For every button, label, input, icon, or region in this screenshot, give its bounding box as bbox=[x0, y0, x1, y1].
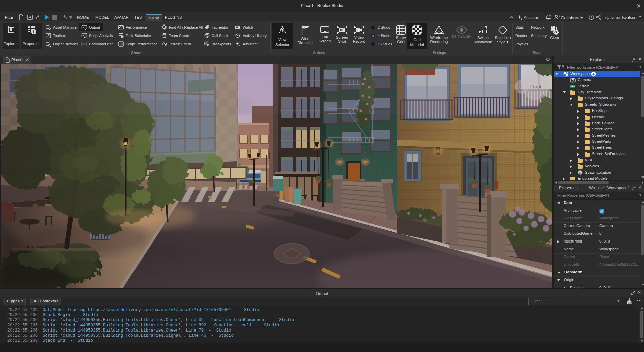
svg-text:?: ? bbox=[591, 15, 592, 19]
